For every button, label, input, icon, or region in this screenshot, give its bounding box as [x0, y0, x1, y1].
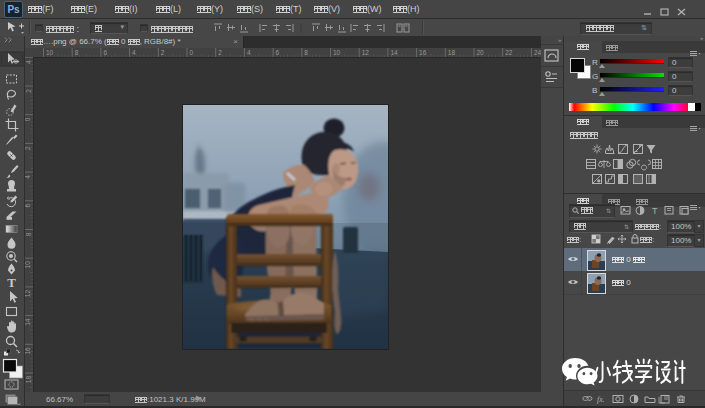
svg-text:8: 8	[25, 232, 32, 236]
svg-text:fx.: fx.	[597, 395, 605, 404]
svg-text:4: 4	[25, 60, 32, 64]
svg-text:T: T	[7, 275, 16, 290]
svg-text:18: 18	[25, 376, 32, 384]
svg-text:8: 8	[75, 49, 79, 56]
svg-text:10: 10	[25, 261, 32, 269]
svg-text:6: 6	[25, 203, 32, 207]
svg-text:8: 8	[304, 49, 308, 56]
svg-text:14: 14	[390, 49, 398, 56]
svg-text:4: 4	[25, 175, 32, 179]
svg-text:20: 20	[477, 49, 485, 56]
svg-text:14: 14	[25, 318, 32, 326]
svg-text:24: 24	[534, 49, 541, 56]
svg-text:4: 4	[132, 49, 136, 56]
svg-text:6: 6	[103, 49, 107, 56]
svg-text:2: 2	[25, 89, 32, 93]
svg-text:0: 0	[25, 117, 32, 121]
svg-text:12: 12	[25, 290, 32, 298]
svg-text:12: 12	[362, 49, 370, 56]
svg-text:2: 2	[218, 49, 222, 56]
svg-text:6: 6	[276, 49, 280, 56]
svg-text:16: 16	[419, 49, 427, 56]
svg-text:22: 22	[505, 49, 513, 56]
svg-text:T: T	[652, 206, 658, 216]
svg-text:16: 16	[25, 347, 32, 355]
svg-text:4: 4	[247, 49, 251, 56]
svg-text:2: 2	[161, 49, 165, 56]
svg-text:18: 18	[448, 49, 456, 56]
svg-text:0: 0	[190, 49, 194, 56]
svg-text:2: 2	[25, 146, 32, 150]
svg-text:10: 10	[333, 49, 341, 56]
svg-text:10: 10	[46, 49, 54, 56]
